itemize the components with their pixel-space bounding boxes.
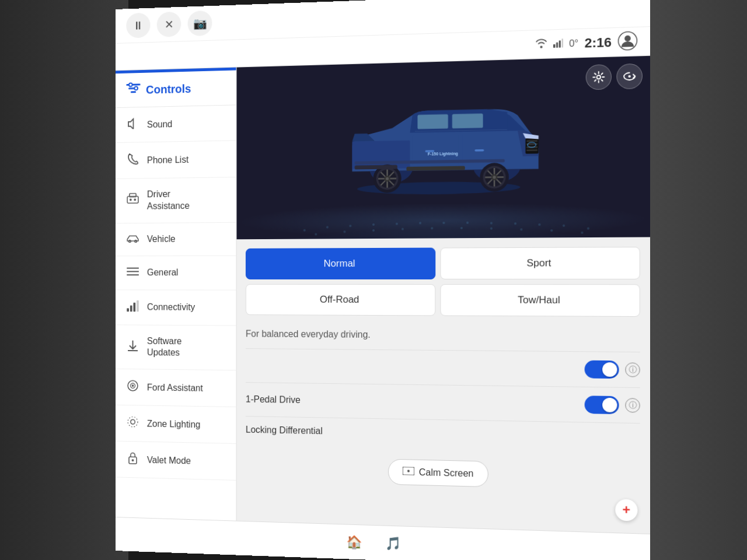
mode-towhaul-button[interactable]: Tow/Haul	[440, 284, 640, 317]
svg-point-52	[520, 228, 522, 230]
sidebar-item-valet-mode[interactable]: Valet Mode	[116, 442, 236, 481]
svg-rect-22	[133, 302, 135, 312]
svg-point-27	[131, 419, 135, 424]
zone-lighting-icon	[126, 416, 139, 432]
calm-screen-icon	[403, 467, 414, 478]
setting-right-one-pedal: ⓘ	[585, 396, 640, 414]
svg-point-47	[372, 229, 375, 232]
valet-mode-icon	[126, 452, 139, 468]
svg-rect-3	[561, 38, 563, 47]
svg-rect-67	[526, 149, 537, 151]
add-button[interactable]: +	[615, 499, 637, 521]
temperature-display: 0°	[569, 38, 578, 49]
svg-point-49	[431, 227, 433, 229]
one-pedal-label: 1-Pedal Drive	[246, 394, 301, 405]
pause-button[interactable]: ⏸	[126, 13, 150, 38]
svg-rect-20	[127, 308, 129, 312]
sound-icon	[126, 118, 139, 132]
music-icon[interactable]: 🎵	[385, 536, 401, 551]
sidebar-item-phone-label: Phone List	[147, 155, 189, 166]
sidebar-item-general-label: General	[147, 268, 179, 278]
sidebar-item-vehicle-label: Vehicle	[147, 234, 176, 244]
svg-point-48	[402, 228, 404, 230]
sidebar-item-software-updates[interactable]: Software Updates	[116, 325, 236, 370]
svg-point-41	[514, 222, 516, 225]
svg-point-51	[490, 228, 493, 230]
svg-point-91	[597, 75, 601, 79]
sidebar-item-connectivity[interactable]: Connectivity	[116, 290, 236, 326]
svg-rect-87	[406, 166, 465, 170]
controls-header: Controls	[116, 70, 236, 108]
sidebar-item-driver-assistance[interactable]: Driver Assistance	[116, 177, 236, 223]
one-pedal-toggle[interactable]	[585, 396, 619, 414]
svg-point-38	[442, 222, 445, 224]
svg-rect-57	[452, 114, 483, 129]
drive-modes-section: Normal Sport Off-Road Tow/Haul	[237, 237, 650, 326]
vehicle-image-container: F-150 Lightning	[237, 56, 650, 239]
vehicle-360-button[interactable]	[616, 64, 643, 90]
vehicle-settings-button[interactable]	[586, 64, 612, 90]
svg-point-33	[326, 226, 329, 229]
svg-point-50	[460, 227, 463, 229]
info-icon-2[interactable]: ⓘ	[625, 398, 640, 412]
svg-point-45	[315, 233, 317, 236]
software-updates-icon	[126, 340, 139, 355]
home-icon[interactable]: 🏠	[346, 534, 362, 550]
svg-point-54	[581, 232, 583, 234]
general-icon	[126, 266, 139, 279]
sidebar-item-zone-lighting[interactable]: Zone Lighting	[116, 405, 236, 444]
svg-point-43	[563, 225, 565, 227]
svg-rect-88	[355, 165, 397, 170]
calm-screen-label: Calm Screen	[419, 467, 474, 479]
svg-rect-60	[352, 141, 410, 169]
svg-point-92	[629, 75, 631, 78]
sidebar-item-vehicle[interactable]: Vehicle	[116, 222, 236, 256]
svg-point-36	[396, 223, 398, 225]
mode-normal-button[interactable]: Normal	[246, 248, 435, 279]
svg-point-37	[419, 222, 421, 224]
sidebar-item-sound[interactable]: Sound	[116, 105, 236, 143]
svg-point-10	[134, 86, 138, 90]
svg-point-28	[128, 417, 138, 428]
svg-point-32	[303, 229, 306, 232]
wifi-icon	[535, 38, 547, 50]
time-display: 2:16	[585, 34, 612, 51]
svg-point-39	[466, 222, 469, 224]
sidebar: Controls Sound	[116, 68, 237, 521]
sidebar-item-phone-list[interactable]: Phone List	[116, 141, 236, 179]
sidebar-item-general[interactable]: General	[116, 256, 236, 290]
locking-diff-label: Locking Differential	[246, 425, 323, 436]
mode-sport-button[interactable]: Sport	[440, 247, 640, 279]
svg-point-34	[349, 225, 351, 227]
sidebar-item-sound-label: Sound	[147, 119, 173, 130]
sidebar-item-ford-assistant[interactable]: Ford Assistant	[116, 369, 236, 407]
svg-point-40	[490, 222, 493, 224]
vehicle-icon	[126, 233, 139, 245]
connectivity-icon	[126, 300, 139, 314]
close-button[interactable]: ✕	[157, 12, 181, 37]
svg-rect-2	[558, 40, 560, 47]
controls-icon	[126, 82, 140, 98]
main-area: Controls Sound	[116, 56, 650, 534]
svg-point-35	[372, 223, 375, 226]
profile-icon[interactable]	[618, 30, 638, 52]
svg-point-12	[130, 199, 132, 201]
svg-rect-8	[131, 91, 136, 93]
svg-point-46	[343, 230, 345, 233]
svg-point-13	[134, 199, 136, 201]
phone-icon	[126, 153, 139, 169]
svg-point-53	[550, 229, 553, 232]
camera-button[interactable]: 📷	[188, 10, 212, 36]
sidebar-item-connectivity-label: Connectivity	[147, 302, 195, 313]
svg-rect-21	[130, 305, 132, 312]
calm-screen-button[interactable]: Calm Screen	[388, 459, 488, 488]
mode-offroad-button[interactable]: Off-Road	[246, 284, 435, 316]
svg-rect-23	[137, 300, 139, 312]
sidebar-item-software-label: Software Updates	[147, 335, 181, 359]
svg-point-96	[407, 470, 410, 472]
svg-point-42	[538, 223, 540, 226]
toggle-1[interactable]	[585, 360, 619, 379]
drive-mode-description: For balanced everyday driving.	[237, 324, 650, 352]
sidebar-item-valet-mode-label: Valet Mode	[147, 455, 191, 466]
info-icon-1[interactable]: ⓘ	[625, 362, 640, 377]
